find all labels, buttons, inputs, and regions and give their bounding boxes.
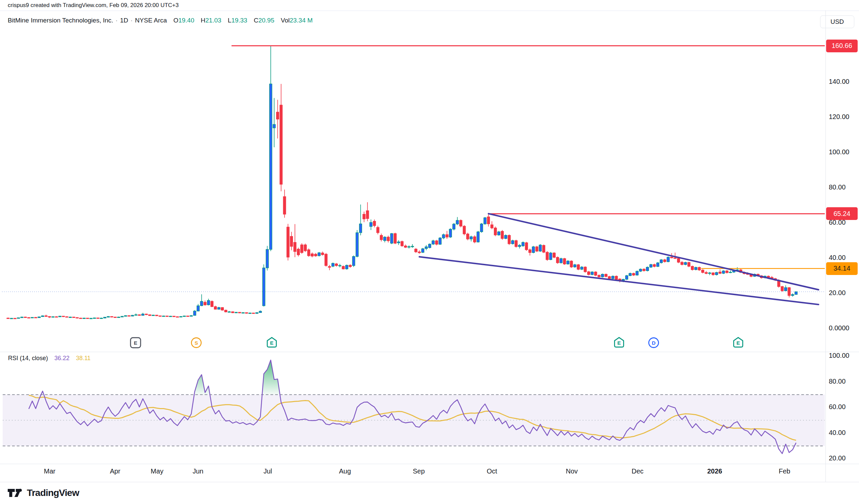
low-label: L xyxy=(228,17,231,24)
currency-label: USD xyxy=(830,18,844,26)
time-axis-label: Sep xyxy=(413,468,425,475)
footer-divider xyxy=(0,482,859,482)
timeframe[interactable]: 1D xyxy=(120,17,128,24)
trendline-lower[interactable] xyxy=(419,257,819,304)
rsi-pane xyxy=(3,360,825,454)
high-value: 21.03 xyxy=(205,17,222,24)
price-tick: 40.00 xyxy=(829,254,846,262)
price-level-badge: 160.66 xyxy=(826,40,858,52)
price-tick: 120.00 xyxy=(829,113,849,121)
tradingview-logo-text: TradingView xyxy=(27,488,79,498)
tradingview-chart: crispus9 created with TradingView.com, F… xyxy=(0,0,859,504)
svg-text:E: E xyxy=(617,340,621,346)
svg-text:E: E xyxy=(134,340,137,346)
rsi-indicator-label[interactable]: RSI (14, close) 36.22 38.11 xyxy=(8,355,91,362)
svg-text:E: E xyxy=(737,340,740,346)
open-label: O xyxy=(174,17,179,24)
rsi-overbought-fill xyxy=(262,360,280,395)
rsi-value: 36.22 xyxy=(54,355,70,362)
time-axis-label: 2026 xyxy=(707,468,722,475)
chart-canvas[interactable] xyxy=(0,0,859,504)
symbol-name[interactable]: BitMine Immersion Technologies, Inc. xyxy=(8,17,113,24)
earnings-icon[interactable]: E xyxy=(266,336,278,349)
rsi-tick: 40.00 xyxy=(829,429,846,437)
candlestick-series xyxy=(7,46,797,319)
price-tick: 0.0000 xyxy=(829,324,849,332)
time-axis-label: Jun xyxy=(193,468,204,475)
earnings-icon[interactable]: E xyxy=(732,336,744,349)
close-label: C xyxy=(254,17,258,24)
trendline-upper[interactable] xyxy=(488,214,819,290)
header-divider xyxy=(0,11,859,11)
time-axis-label: Aug xyxy=(339,468,351,475)
symbol-header[interactable]: BitMine Immersion Technologies, Inc.·1D·… xyxy=(8,17,313,24)
time-axis-label: Oct xyxy=(486,468,497,475)
time-axis-label: May xyxy=(151,468,163,475)
volume-value: 23.34 M xyxy=(290,17,313,24)
time-axis-label: Feb xyxy=(779,468,790,475)
time-axis-divider xyxy=(0,464,859,464)
open-value: 19.40 xyxy=(178,17,194,24)
split-icon[interactable]: S xyxy=(190,336,203,349)
tradingview-logo[interactable]: TradingView xyxy=(7,487,79,499)
earnings-icon[interactable]: E xyxy=(129,336,142,349)
svg-text:E: E xyxy=(270,340,273,346)
rsi-tick: 80.00 xyxy=(829,378,846,385)
time-axis-label: Dec xyxy=(632,468,644,475)
price-level-badge: 34.14 xyxy=(826,262,858,275)
rsi-tick: 60.00 xyxy=(829,403,846,411)
price-tick: 140.00 xyxy=(829,78,849,85)
exchange[interactable]: NYSE Arca xyxy=(135,17,167,24)
earnings-icon[interactable]: E xyxy=(613,336,626,349)
svg-text:D: D xyxy=(652,340,655,346)
rsi-tick: 100.00 xyxy=(829,352,849,360)
high-label: H xyxy=(201,17,205,24)
rsi-ma-value: 38.11 xyxy=(76,355,91,362)
price-axis-divider xyxy=(826,11,826,482)
volume-label: Vol xyxy=(281,17,290,24)
close-value: 20.95 xyxy=(258,17,274,24)
creator-line: crispus9 created with TradingView.com, F… xyxy=(8,2,179,9)
tradingview-logo-mark xyxy=(7,487,23,499)
time-axis-label: Nov xyxy=(566,468,578,475)
price-tick: 80.00 xyxy=(829,184,846,191)
time-axis-label: Mar xyxy=(44,468,55,475)
svg-text:S: S xyxy=(195,340,198,346)
price-level-badge: 65.24 xyxy=(826,207,858,220)
pane-divider xyxy=(0,352,859,352)
rsi-tick: 20.00 xyxy=(829,454,846,462)
dividend-icon[interactable]: D xyxy=(647,336,660,349)
rsi-title[interactable]: RSI (14, close) xyxy=(8,355,48,362)
price-tick: 20.00 xyxy=(829,289,846,297)
price-tick: 100.00 xyxy=(829,148,849,156)
time-axis-label: Apr xyxy=(110,468,120,475)
time-axis-label: Jul xyxy=(263,468,272,475)
low-value: 19.33 xyxy=(231,17,247,24)
